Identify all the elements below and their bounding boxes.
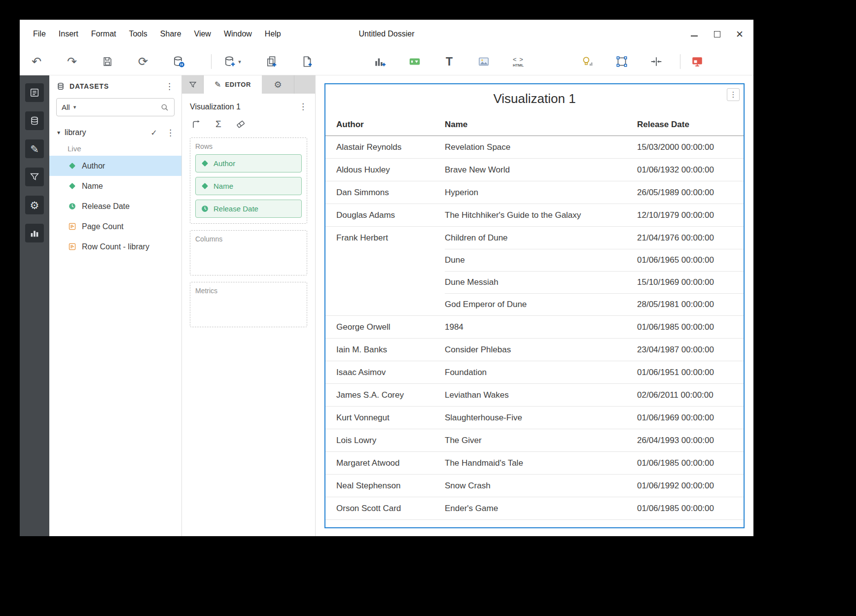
column-header-release-date[interactable]: Release Date — [637, 113, 744, 136]
filter-panel-button[interactable] — [25, 168, 44, 186]
insights-button[interactable] — [577, 52, 597, 71]
zone-chip-release-date[interactable]: Release Date — [195, 200, 302, 218]
menu-window[interactable]: Window — [217, 30, 258, 38]
visualization-container[interactable]: ⋮ Visualization 1 AuthorNameRelease Date… — [324, 83, 745, 528]
new-page-button[interactable] — [297, 52, 317, 71]
dataset-field-name[interactable]: Name — [49, 176, 181, 196]
dataset-field-row-count-library[interactable]: Row Count - library — [49, 237, 181, 257]
editor-panel-button[interactable]: ✎ — [25, 139, 44, 158]
table-row[interactable]: Dan SimmonsHyperion26/05/1989 00:00:00 — [325, 181, 744, 204]
table-row[interactable]: George Orwell198401/06/1985 00:00:00 — [325, 315, 744, 338]
menu-file[interactable]: File — [27, 30, 52, 38]
insert-image-button[interactable] — [474, 52, 494, 71]
menu-tools[interactable]: Tools — [122, 30, 153, 38]
table-row[interactable]: Dune Messiah15/10/1969 00:00:00 — [325, 271, 744, 293]
undo-button[interactable]: ↶ — [27, 52, 46, 71]
table-row[interactable]: Kurt VonnegutSlaughterhouse-Five01/06/19… — [325, 406, 744, 429]
dataset-menu-button[interactable]: ⋮ — [166, 128, 175, 138]
table-row[interactable]: Neal StephensonSnow Crash01/06/1992 00:0… — [325, 474, 744, 497]
table-row[interactable]: Alastair ReynoldsRevelation Space15/03/2… — [325, 136, 744, 158]
search-input[interactable] — [81, 99, 160, 116]
dataset-status-button[interactable] — [169, 52, 188, 71]
table-row[interactable]: Isaac AsimovFoundation01/06/1951 00:00:0… — [325, 361, 744, 383]
page-break-button[interactable] — [646, 52, 666, 71]
cell-release: 15/10/1969 00:00:00 — [637, 271, 744, 293]
insert-html-icon: < > HTML — [513, 56, 524, 68]
swap-axes-icon[interactable] — [191, 119, 202, 130]
duplicate-page-icon — [265, 55, 278, 68]
clock-icon — [201, 205, 209, 213]
close-button[interactable]: ✕ — [735, 29, 745, 39]
datasets-menu-button[interactable]: ⋮ — [163, 81, 176, 92]
contents-panel-button[interactable] — [25, 83, 44, 102]
arrange-layout-button[interactable] — [612, 52, 632, 71]
visualization-options-button[interactable]: ⋮ — [727, 88, 740, 101]
drop-zones: RowsAuthorNameRelease DateColumnsMetrics — [182, 137, 315, 334]
dataset-field-page-count[interactable]: Page Count — [49, 216, 181, 237]
table-row[interactable]: Iain M. BanksConsider Phlebas23/04/1987 … — [325, 338, 744, 361]
tab-editor[interactable]: ✎ EDITOR — [204, 75, 262, 94]
bar-chart-icon — [29, 228, 40, 239]
table-row[interactable]: Dune01/06/1965 00:00:00 — [325, 249, 744, 271]
field-label: Author — [82, 162, 105, 171]
drop-zone-rows[interactable]: RowsAuthorNameRelease Date — [190, 137, 307, 224]
save-button[interactable] — [98, 52, 117, 71]
check-icon: ✓ — [151, 128, 157, 137]
zone-chip-author[interactable]: Author — [195, 154, 302, 172]
add-data-button[interactable]: ▾ — [218, 52, 246, 71]
datasets-panel-button[interactable] — [25, 111, 44, 130]
insert-visualization-icon — [374, 55, 387, 68]
chip-label: Author — [214, 159, 235, 168]
menu-help[interactable]: Help — [258, 30, 287, 38]
table-row[interactable]: Frank HerbertChildren of Dune21/04/1976 … — [325, 226, 744, 249]
insert-selector-button[interactable] — [405, 52, 425, 71]
table-row[interactable]: James S.A. CoreyLeviathan Wakes02/06/201… — [325, 383, 744, 406]
insert-text-button[interactable]: T — [439, 52, 459, 71]
minimize-button[interactable] — [689, 29, 699, 39]
menu-insert[interactable]: Insert — [52, 30, 85, 38]
column-header-name[interactable]: Name — [445, 113, 637, 136]
menu-format[interactable]: Format — [85, 30, 123, 38]
column-header-author[interactable]: Author — [336, 113, 445, 136]
table-row[interactable]: Margaret AtwoodThe Handmaid's Tale01/06/… — [325, 451, 744, 474]
format-panel-button[interactable]: ⚙ — [25, 196, 44, 214]
totals-sigma-icon[interactable]: Σ — [215, 119, 221, 130]
table-row[interactable]: Lois LowryThe Giver26/04/1993 00:00:00 — [325, 429, 744, 451]
toolbar-divider — [680, 54, 680, 69]
tab-filter[interactable] — [182, 75, 204, 94]
duplicate-page-button[interactable] — [262, 52, 282, 71]
table-row[interactable]: God Emperor of Dune28/05/1981 00:00:00 — [325, 293, 744, 315]
dataset-field-release-date[interactable]: Release Date — [49, 196, 181, 216]
menu-view[interactable]: View — [188, 30, 217, 38]
insert-visualization-button[interactable] — [370, 52, 390, 71]
attribute-diamond-icon — [68, 182, 76, 190]
table-row[interactable]: Peter F. HamiltonPandora's Star02/03/200… — [325, 519, 744, 528]
cell-author — [336, 271, 445, 293]
search-icon[interactable] — [160, 103, 169, 112]
cell-release: 02/06/2011 00:00:00 — [637, 384, 744, 406]
zone-chip-name[interactable]: Name — [195, 177, 302, 195]
refresh-button[interactable]: ⟳ — [133, 52, 153, 71]
drop-zone-metrics[interactable]: Metrics — [190, 282, 307, 327]
table-row[interactable]: Aldous HuxleyBrave New World01/06/1932 0… — [325, 158, 744, 181]
search-scope-value: All — [62, 103, 70, 111]
dataset-field-author[interactable]: Author — [49, 156, 181, 176]
table-row[interactable]: Orson Scott CardEnder's Game01/06/1985 0… — [325, 497, 744, 519]
chevron-down-icon[interactable]: ▾ — [57, 129, 60, 136]
search-scope-dropdown[interactable]: All ▾ — [62, 103, 81, 111]
visualization-gallery-button[interactable] — [25, 224, 44, 242]
visualization-menu-button[interactable]: ⋮ — [299, 102, 307, 112]
chip-label: Name — [214, 182, 233, 190]
maximize-button[interactable] — [712, 29, 722, 39]
title-bar: FileInsertFormatToolsShareViewWindowHelp… — [20, 20, 753, 48]
grid-body: Alastair ReynoldsRevelation Space15/03/2… — [325, 136, 744, 528]
dataset-node[interactable]: ▾ library ✓ ⋮ — [49, 124, 181, 141]
drop-zone-columns[interactable]: Columns — [190, 230, 307, 275]
eraser-icon[interactable] — [235, 119, 246, 130]
menu-share[interactable]: Share — [154, 30, 188, 38]
insert-html-button[interactable]: < > HTML — [508, 52, 528, 71]
table-row[interactable]: Douglas AdamsThe Hitchhiker's Guide to t… — [325, 204, 744, 226]
redo-button[interactable]: ↷ — [62, 52, 82, 71]
presentation-mode-button[interactable] — [687, 52, 707, 71]
tab-format[interactable]: ⚙ — [262, 75, 294, 94]
